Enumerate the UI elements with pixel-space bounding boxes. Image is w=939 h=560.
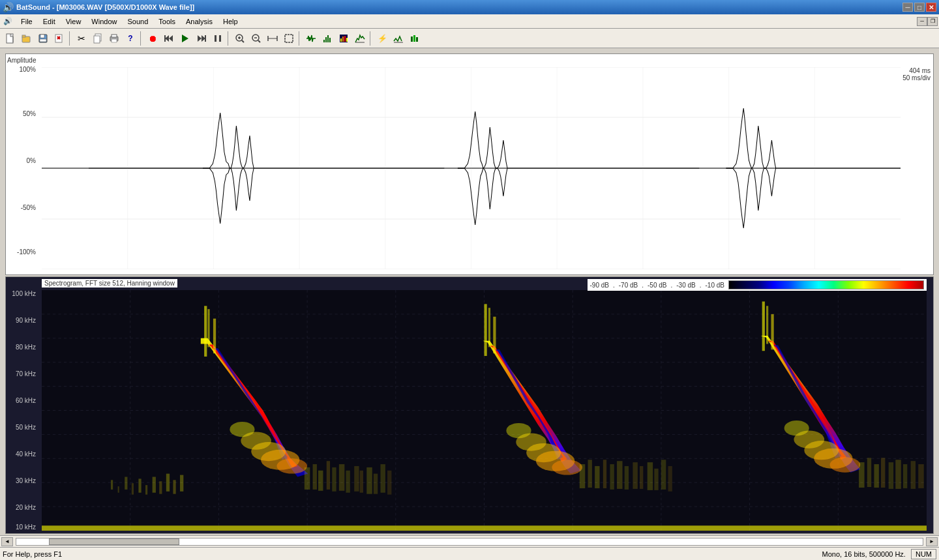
- svg-rect-113: [354, 466, 359, 492]
- svg-rect-156: [874, 464, 878, 488]
- zoom-out-button[interactable]: [248, 31, 264, 46]
- waveform-view-button[interactable]: [303, 31, 319, 46]
- freq-80khz: 80 kHz: [16, 344, 36, 351]
- open-button[interactable]: [19, 31, 35, 46]
- svg-rect-114: [360, 471, 363, 493]
- pause-button[interactable]: [210, 31, 226, 46]
- svg-rect-141: [661, 460, 666, 490]
- zoom-in-button[interactable]: [232, 31, 248, 46]
- freq-60khz: 60 kHz: [16, 397, 36, 404]
- svg-rect-116: [374, 474, 378, 494]
- svg-rect-111: [339, 464, 344, 491]
- svg-rect-13: [112, 39, 117, 42]
- spectrogram-view-button[interactable]: [336, 31, 351, 46]
- record-button[interactable]: ⏺: [145, 31, 160, 46]
- svg-rect-95: [166, 474, 170, 492]
- freq-70khz: 70 kHz: [16, 370, 36, 377]
- svg-rect-117: [380, 464, 385, 493]
- svg-rect-142: [668, 466, 672, 492]
- scroll-right-button[interactable]: ►: [926, 537, 938, 546]
- svg-rect-88: [118, 486, 119, 493]
- time-per-div: 50 ms/div: [902, 74, 931, 81]
- scrollbar-track[interactable]: [16, 538, 923, 546]
- menu-help[interactable]: Help: [218, 16, 243, 27]
- freq-analysis-button[interactable]: [352, 31, 368, 46]
- y-label-50: 50%: [23, 110, 36, 117]
- toolbar-separator-5: [370, 31, 372, 46]
- menu-analysis[interactable]: Analysis: [181, 16, 218, 27]
- auto-gain-button[interactable]: ⚡: [374, 31, 390, 46]
- svg-marker-15: [169, 35, 173, 42]
- scale-label-neg50: -50 dB: [648, 282, 666, 289]
- help-button[interactable]: ?: [123, 31, 138, 46]
- scale-dot-1: .: [613, 282, 615, 289]
- close-button[interactable]: ✕: [926, 3, 936, 12]
- svg-rect-87: [111, 480, 113, 490]
- svg-rect-107: [313, 464, 317, 490]
- freq-50khz: 50 kHz: [16, 424, 36, 431]
- inner-restore-button[interactable]: ❐: [927, 17, 938, 26]
- svg-rect-109: [327, 461, 330, 490]
- svg-rect-5: [40, 39, 46, 42]
- svg-rect-93: [153, 477, 156, 492]
- cut-button[interactable]: ✂: [74, 31, 89, 46]
- svg-rect-47: [416, 37, 418, 42]
- svg-rect-90: [132, 483, 134, 494]
- waveform-y-axis: 100% 50% 0% -50% -100%: [7, 66, 38, 268]
- svg-rect-41: [344, 36, 346, 42]
- waveform-time-info: 404 ms 50 ms/div: [902, 67, 931, 81]
- menu-file[interactable]: File: [16, 16, 38, 27]
- menu-window[interactable]: Window: [86, 16, 122, 27]
- color-scale-bar: [728, 280, 924, 289]
- fit-button[interactable]: [265, 31, 280, 46]
- menu-view[interactable]: View: [61, 16, 87, 27]
- waveform-svg: [42, 67, 901, 269]
- bat-detect-button[interactable]: [407, 31, 423, 46]
- scale-label-neg10: -10 dB: [706, 282, 724, 289]
- maximize-button[interactable]: □: [914, 3, 925, 12]
- rewind-button[interactable]: [161, 31, 177, 46]
- statusbar: For Help, press F1 Mono, 16 bits, 500000…: [0, 547, 939, 560]
- inner-minimize-button[interactable]: ─: [917, 17, 927, 26]
- scale-label-neg70: -70 dB: [619, 282, 638, 289]
- svg-rect-120: [207, 309, 209, 347]
- svg-rect-12: [112, 35, 117, 37]
- audio-info: Mono, 16 bits, 500000 Hz.: [822, 550, 906, 558]
- svg-rect-121: [213, 319, 216, 353]
- svg-rect-157: [881, 458, 885, 488]
- svg-rect-108: [318, 471, 323, 491]
- menu-sound[interactable]: Sound: [122, 16, 153, 27]
- svg-rect-36: [327, 35, 329, 42]
- svg-rect-118: [387, 471, 391, 495]
- print-button[interactable]: [106, 31, 122, 46]
- scroll-left-button[interactable]: ◄: [1, 537, 13, 546]
- freq-30khz: 30 kHz: [16, 477, 36, 484]
- new-button[interactable]: [3, 31, 18, 46]
- minimize-button[interactable]: ─: [902, 3, 913, 12]
- play-button[interactable]: [177, 31, 193, 46]
- svg-rect-140: [654, 469, 658, 490]
- svg-rect-135: [617, 461, 622, 489]
- y-label-neg100: -100%: [17, 248, 36, 256]
- menu-edit[interactable]: Edit: [38, 16, 61, 27]
- svg-rect-131: [588, 460, 592, 488]
- copy-button[interactable]: [90, 31, 106, 46]
- spectrum-view-button[interactable]: [320, 31, 335, 46]
- scale-label-neg30: -30 dB: [676, 282, 695, 289]
- svg-rect-20: [205, 35, 206, 42]
- spectrogram-panel: Spectrogram, FFT size 512, Hanning windo…: [5, 276, 934, 534]
- svg-rect-139: [648, 462, 653, 490]
- scrollbar-thumb[interactable]: [49, 538, 179, 545]
- close-file-button[interactable]: [52, 31, 67, 46]
- spectrogram-title: Spectrogram, FFT size 512, Hanning windo…: [42, 279, 177, 287]
- noise-filter-button[interactable]: [391, 31, 406, 46]
- save-button[interactable]: [35, 31, 51, 46]
- freq-40khz: 40 kHz: [16, 450, 36, 458]
- forward-button[interactable]: [194, 31, 209, 46]
- app-menu-icon[interactable]: 🔊: [1, 15, 14, 28]
- select-all-button[interactable]: [281, 31, 297, 46]
- menu-tools[interactable]: Tools: [153, 16, 181, 27]
- freq-100khz: 100 kHz: [12, 290, 36, 297]
- svg-rect-91: [138, 479, 141, 492]
- svg-rect-115: [366, 467, 372, 494]
